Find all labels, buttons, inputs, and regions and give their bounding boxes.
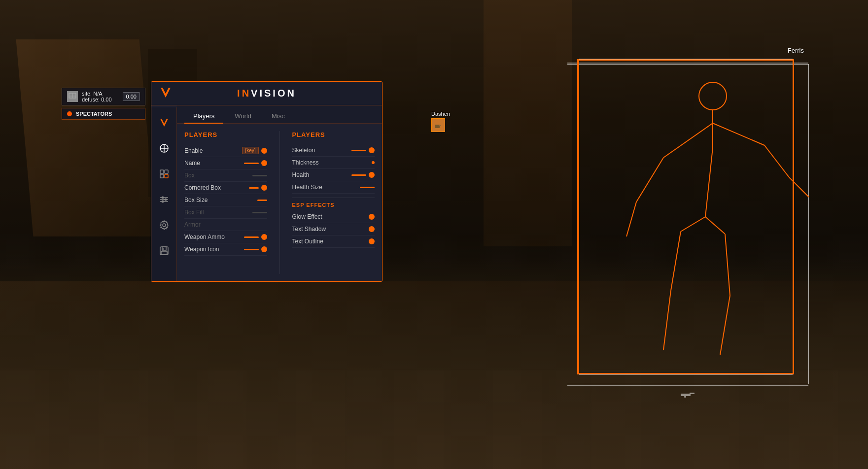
row-enable: Enable [key] <box>184 144 267 157</box>
right-col-header: Players <box>292 131 375 138</box>
svg-rect-21 <box>435 125 440 128</box>
controls-box <box>252 175 267 176</box>
svg-point-3 <box>699 82 727 110</box>
label-glow-effect: Glow Effect <box>292 213 322 220</box>
sidebar-icon-sliders[interactable] <box>156 192 172 207</box>
row-weapon-ammo: Weapon Ammo <box>184 231 267 243</box>
dashen-name: Dashen <box>431 111 450 117</box>
row-health-size: Health Size <box>292 181 375 194</box>
slider-weapon-icon[interactable] <box>244 249 259 250</box>
key-badge-enable[interactable]: [key] <box>242 147 258 154</box>
slider-health-size[interactable] <box>360 187 375 188</box>
menu-right-col: Players Skeleton Thickness Hea <box>292 131 375 274</box>
menu-content: Players Enable [key] Name <box>177 124 382 281</box>
svg-marker-24 <box>160 119 168 127</box>
toggle-glow-effect[interactable] <box>369 214 375 220</box>
esp-skeleton <box>567 59 809 384</box>
svg-line-8 <box>626 202 636 236</box>
toggle-text-outline[interactable] <box>369 238 375 244</box>
slider-weapon-ammo[interactable] <box>244 236 259 238</box>
toggle-enable[interactable] <box>261 148 267 154</box>
row-name: Name <box>184 157 267 169</box>
label-skeleton: Skeleton <box>292 147 315 154</box>
slider-box[interactable] <box>252 175 267 176</box>
tab-players[interactable]: Players <box>184 109 223 124</box>
col-divider <box>279 131 280 274</box>
svg-line-14 <box>671 232 681 291</box>
label-health-size: Health Size <box>292 184 322 191</box>
toggle-weapon-ammo[interactable] <box>261 234 267 240</box>
controls-box-fill <box>252 212 267 213</box>
toggle-weapon-icon[interactable] <box>261 246 267 252</box>
row-text-outline: Text Outline <box>292 235 375 248</box>
svg-rect-28 <box>160 170 164 173</box>
site-label: site: N/A <box>82 91 119 97</box>
sidebar-icon-players[interactable] <box>156 166 172 182</box>
sidebar-icon-save[interactable] <box>156 243 172 259</box>
row-glow-effect: Glow Effect <box>292 211 375 223</box>
label-text-shadow: Text Shadow <box>292 226 326 233</box>
row-thickness: Thickness <box>292 157 375 169</box>
tab-world[interactable]: World <box>226 109 260 124</box>
controls-weapon-ammo <box>244 234 267 240</box>
svg-line-10 <box>789 177 809 197</box>
row-box-size: Box Size <box>184 194 267 206</box>
menu-logo-icon <box>159 86 173 101</box>
svg-rect-40 <box>162 247 166 250</box>
site-icon <box>67 91 78 102</box>
label-cornered-box: Cornered Box <box>184 184 221 191</box>
slider-name[interactable] <box>244 163 259 164</box>
defuse-label: defuse: 0.00 <box>82 97 119 102</box>
svg-rect-30 <box>160 174 164 178</box>
svg-line-13 <box>705 217 725 234</box>
esp-effects-header: ESP Effects <box>292 202 375 208</box>
toggle-cornered-box[interactable] <box>261 185 267 191</box>
svg-rect-29 <box>165 170 168 173</box>
row-box-fill: Box Fill <box>184 206 267 219</box>
controls-name <box>244 160 267 166</box>
label-weapon-ammo: Weapon Ammo <box>184 234 225 240</box>
svg-marker-23 <box>161 88 171 98</box>
label-box-fill: Box Fill <box>184 209 204 216</box>
sidebar-icon-logo[interactable] <box>156 115 172 131</box>
svg-point-36 <box>164 199 167 201</box>
spectators-label: SPECTATORS <box>76 111 112 117</box>
left-col-header: Players <box>184 131 267 138</box>
svg-line-9 <box>764 145 789 177</box>
tab-misc[interactable]: Misc <box>263 109 294 124</box>
spectators-dot <box>67 111 72 116</box>
svg-rect-20 <box>684 396 686 398</box>
slider-box-fill[interactable] <box>252 212 267 213</box>
label-text-outline: Text Outline <box>292 238 323 245</box>
slider-cornered-box[interactable] <box>249 187 259 189</box>
slider-skeleton[interactable] <box>351 150 366 151</box>
sidebar-icon-crosshair[interactable] <box>156 140 172 156</box>
row-health: Health <box>292 169 375 181</box>
controls-health-size <box>360 187 375 188</box>
svg-point-37 <box>161 201 164 203</box>
svg-point-35 <box>161 197 164 199</box>
col-divider-h <box>292 198 375 198</box>
toggle-health[interactable] <box>369 172 375 178</box>
defuse-value: 0.00 <box>123 92 140 101</box>
hud-spectators: SPECTATORS <box>62 108 145 120</box>
sidebar-icon-gear[interactable] <box>156 217 172 233</box>
menu-left-col: Players Enable [key] Name <box>184 131 267 274</box>
dashen-indicator: Dashen <box>431 111 450 132</box>
controls-enable: [key] <box>242 147 267 154</box>
label-name: Name <box>184 160 200 167</box>
menu-logo-text: INVISION <box>237 88 296 99</box>
logo-in: IN <box>237 88 251 99</box>
dot-thickness[interactable] <box>372 161 375 164</box>
esp-player1-name: Ferris <box>788 47 804 54</box>
slider-health[interactable] <box>351 174 366 176</box>
toggle-skeleton[interactable] <box>369 147 375 153</box>
label-box-size: Box Size <box>184 197 208 203</box>
svg-rect-41 <box>161 251 167 255</box>
dashen-icon <box>431 118 445 132</box>
slider-box-size[interactable] <box>257 200 267 201</box>
controls-health <box>351 172 375 178</box>
svg-rect-31 <box>165 174 168 178</box>
toggle-name[interactable] <box>261 160 267 166</box>
toggle-text-shadow[interactable] <box>369 226 375 232</box>
